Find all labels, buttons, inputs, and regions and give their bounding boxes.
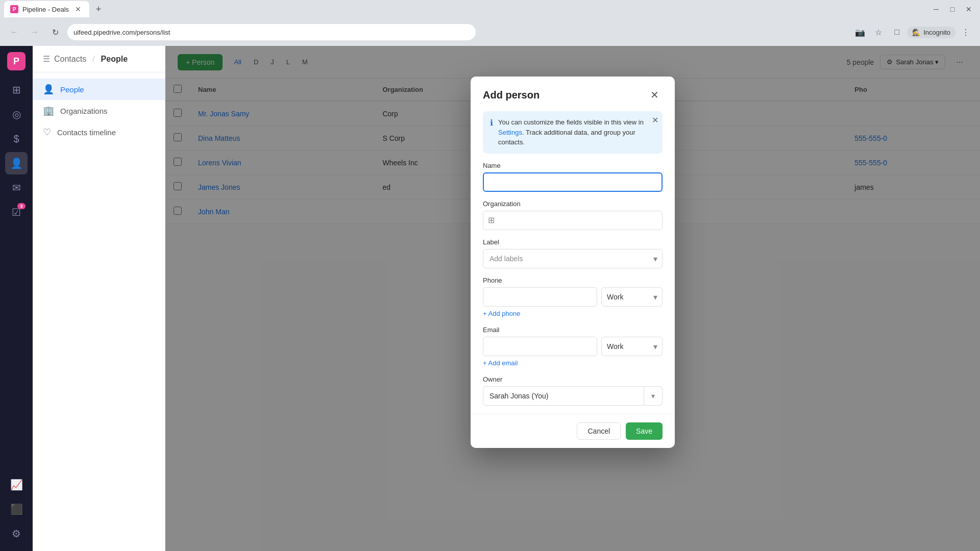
incognito-label: Incognito (923, 29, 950, 36)
nav-item-mail[interactable]: ✉ (5, 177, 28, 199)
name-field-group: Name (483, 162, 663, 192)
nav-item-home[interactable]: ⊞ (5, 79, 28, 101)
owner-field-group: Owner Sarah Jonas (You) ▾ (483, 375, 663, 406)
people-icon: 👤 (43, 84, 54, 95)
phone-type-select[interactable]: Work Home Mobile Other (601, 287, 663, 307)
modal-overlay[interactable]: Add person ✕ ℹ You can customize the fie… (165, 46, 980, 551)
breadcrumb-page: People (101, 55, 128, 64)
back-button[interactable]: ← (6, 24, 22, 40)
browser-tab[interactable]: P Pipeline - Deals ✕ (4, 1, 89, 17)
label-label: Label (483, 238, 663, 246)
mail-icon: ✉ (12, 182, 21, 194)
nav-item-contacts[interactable]: 👤 (5, 152, 28, 174)
incognito-button[interactable]: 🕵 Incognito (907, 27, 955, 38)
label-select[interactable]: Add labels (483, 249, 663, 268)
org-input[interactable] (483, 211, 663, 230)
sidebar-item-timeline-label: Contacts timeline (57, 128, 116, 137)
org-input-wrapper: ⊞ (483, 211, 663, 230)
reload-button[interactable]: ↻ (47, 24, 63, 40)
phone-label: Phone (483, 277, 663, 284)
address-bar: ← → ↻ uifeed.pipedrive.com/persons/list … (0, 18, 980, 46)
app-logo[interactable]: P (7, 52, 26, 70)
breadcrumb-root: Contacts (54, 55, 86, 64)
minimize-button[interactable]: ─ (929, 2, 943, 16)
maximize-button[interactable]: □ (945, 2, 960, 16)
browser-action-icons: 📷 ☆ □ 🕵 Incognito ⋮ (852, 24, 974, 40)
url-bar[interactable]: uifeed.pipedrive.com/persons/list (67, 24, 476, 40)
modal-title: Add person (483, 89, 540, 101)
nav-item-tasks[interactable]: ☑ 3 (5, 201, 28, 223)
settings-link[interactable]: Settings (498, 129, 522, 136)
org-field-icon: ⊞ (488, 215, 495, 225)
name-label: Name (483, 162, 663, 169)
owner-select-wrapper: Sarah Jonas (You) ▾ (483, 386, 663, 406)
home-icon: ⊞ (12, 84, 21, 96)
phone-row: Work Home Mobile Other (483, 287, 663, 307)
cancel-button[interactable]: Cancel (577, 422, 621, 440)
close-window-button[interactable]: ✕ (962, 2, 976, 16)
phone-type-wrapper: Work Home Mobile Other (601, 287, 663, 307)
left-nav: P ⊞ ◎ $ 👤 ✉ ☑ 3 📈 ⬛ ⚙ (0, 46, 33, 551)
tasks-badge: 3 (17, 203, 26, 209)
modal-footer: Cancel Save (471, 414, 675, 448)
name-input[interactable] (483, 172, 663, 192)
browser-chrome: P Pipeline - Deals ✕ + ─ □ ✕ ← → ↻ uifee… (0, 0, 980, 46)
info-icon: ℹ (490, 118, 493, 147)
email-input[interactable] (483, 337, 597, 356)
info-banner: ℹ You can customize the fields visible i… (483, 111, 663, 154)
sidebar-menu: 👤 People 🏢 Organizations ♡ Contacts time… (33, 72, 165, 149)
email-field-group: Email Work Home Other + Add e (483, 326, 663, 367)
title-bar: P Pipeline - Deals ✕ + ─ □ ✕ (0, 0, 980, 18)
money-icon: $ (13, 133, 19, 145)
add-person-modal: Add person ✕ ℹ You can customize the fie… (471, 77, 675, 448)
modal-header: Add person ✕ (471, 77, 675, 111)
nav-item-settings[interactable]: ⚙ (5, 522, 28, 545)
save-button[interactable]: Save (626, 422, 663, 440)
phone-field-group: Phone Work Home Mobile Other (483, 277, 663, 318)
sidebar-item-contacts-timeline[interactable]: ♡ Contacts timeline (33, 121, 165, 143)
email-type-wrapper: Work Home Other (601, 337, 663, 356)
incognito-icon: 🕵 (912, 29, 920, 36)
nav-item-reports[interactable]: 📈 (5, 473, 28, 496)
sidebar-item-organizations[interactable]: 🏢 Organizations (33, 100, 165, 121)
phone-input[interactable] (483, 287, 597, 307)
org-label: Organization (483, 200, 663, 208)
tab-close-icon[interactable]: ✕ (73, 4, 83, 14)
info-banner-text: You can customize the fields visible in … (498, 117, 655, 147)
hamburger-icon: ☰ (43, 54, 50, 64)
sidebar-header: ☰ Contacts / People (33, 46, 165, 72)
nav-item-inbox[interactable]: ⬛ (5, 498, 28, 520)
star-icon[interactable]: ☆ (870, 24, 887, 40)
email-type-select[interactable]: Work Home Other (601, 337, 663, 356)
owner-select[interactable]: Sarah Jonas (You) (483, 386, 644, 406)
forward-button[interactable]: → (27, 24, 43, 40)
add-phone-link[interactable]: + Add phone (483, 310, 520, 317)
nav-item-deals[interactable]: ◎ (5, 103, 28, 126)
timeline-icon: ♡ (43, 127, 51, 138)
modal-close-button[interactable]: ✕ (646, 87, 663, 103)
label-field-group: Label Add labels (483, 238, 663, 268)
new-tab-button[interactable]: + (91, 2, 106, 16)
extensions-icon[interactable]: □ (889, 24, 905, 40)
email-row: Work Home Other (483, 337, 663, 356)
add-email-link[interactable]: + Add email (483, 359, 518, 367)
info-banner-close-button[interactable]: ✕ (652, 115, 658, 125)
label-select-wrapper: Add labels (483, 249, 663, 268)
contacts-icon: 👤 (10, 157, 23, 169)
settings-icon: ⚙ (12, 528, 21, 540)
sidebar-item-org-label: Organizations (60, 107, 108, 115)
deals-icon: ◎ (12, 108, 21, 120)
modal-body: ℹ You can customize the fields visible i… (471, 111, 675, 414)
camera-icon[interactable]: 📷 (852, 24, 868, 40)
menu-icon[interactable]: ⋮ (958, 24, 974, 40)
nav-item-money[interactable]: $ (5, 128, 28, 150)
app-layout: P ⊞ ◎ $ 👤 ✉ ☑ 3 📈 ⬛ ⚙ (0, 46, 980, 551)
sidebar-item-people-label: People (60, 85, 84, 94)
window-controls: ─ □ ✕ (929, 2, 976, 16)
email-label: Email (483, 326, 663, 334)
sidebar: ☰ Contacts / People 👤 People 🏢 Organizat… (33, 46, 165, 551)
sidebar-item-people[interactable]: 👤 People (33, 79, 165, 100)
owner-chevron-icon[interactable]: ▾ (644, 386, 663, 406)
tab-favicon: P (10, 5, 18, 13)
owner-label: Owner (483, 375, 663, 383)
